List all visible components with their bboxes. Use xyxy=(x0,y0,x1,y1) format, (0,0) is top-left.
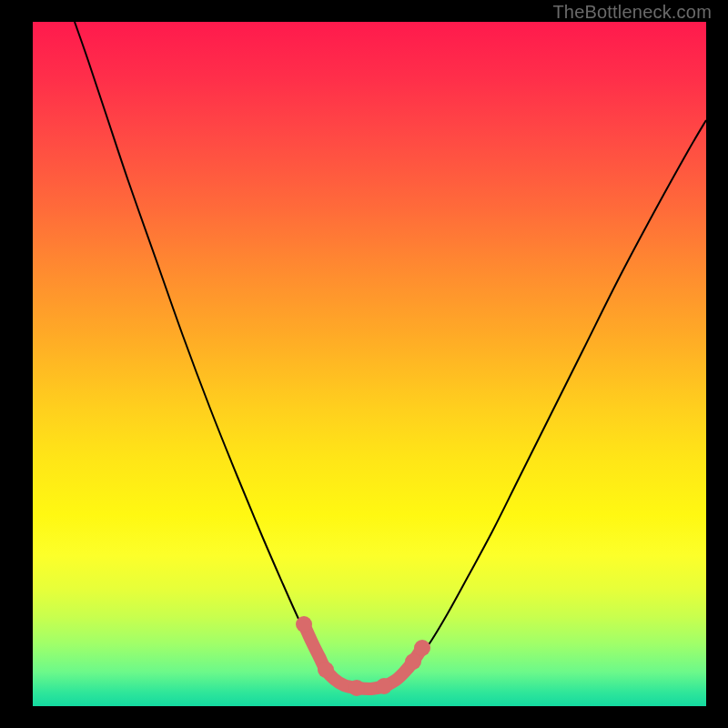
chart-svg xyxy=(33,22,706,706)
marker-dot xyxy=(349,680,365,696)
chart-frame: TheBottleneck.com xyxy=(0,0,728,728)
watermark-text: TheBottleneck.com xyxy=(552,2,712,23)
marker-overlay-line xyxy=(304,624,422,689)
marker-dot xyxy=(296,616,312,632)
marker-dot xyxy=(414,640,430,656)
marker-dot xyxy=(376,678,392,694)
marker-dot xyxy=(318,662,334,678)
marker-dot xyxy=(405,653,421,670)
plot-area xyxy=(33,22,706,706)
bottleneck-curve xyxy=(75,22,706,690)
